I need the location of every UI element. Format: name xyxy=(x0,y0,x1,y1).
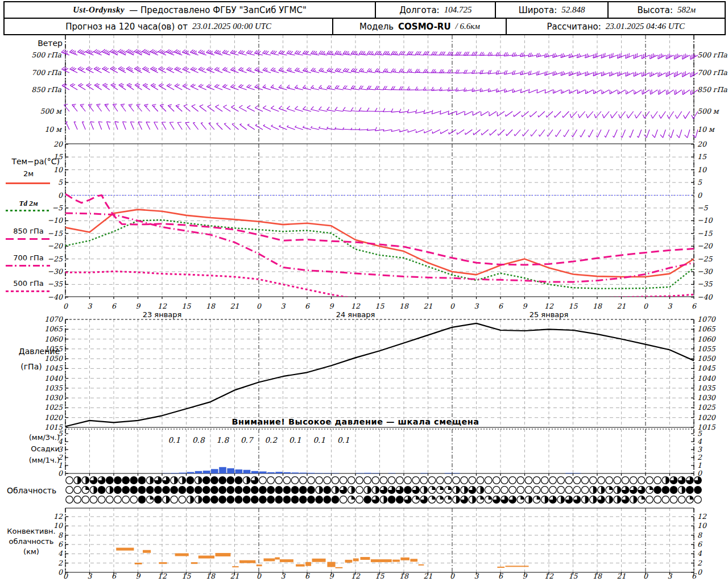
svg-text:0: 0 xyxy=(257,302,262,310)
svg-text:12: 12 xyxy=(351,572,361,580)
forecast-label: Прогноз на 120 часа(ов) от xyxy=(65,22,188,32)
svg-text:21: 21 xyxy=(424,572,433,580)
precip-bar xyxy=(251,471,259,473)
conv-cloud-segment xyxy=(336,567,343,568)
forecast-time: 23.01.2025 00:00 UTC xyxy=(192,22,271,31)
svg-text:5: 5 xyxy=(697,178,702,186)
conv-cloud-segment xyxy=(175,553,189,556)
conv-cloud-segment xyxy=(327,562,335,567)
svg-text:1045: 1045 xyxy=(697,364,716,372)
conv-panel-title-3: (км) xyxy=(3,547,60,556)
precip-title: Осадки xyxy=(3,444,60,453)
conv-cloud-segment xyxy=(216,553,231,556)
conv-cloud-segment xyxy=(143,550,151,553)
svg-text:4: 4 xyxy=(697,437,702,446)
svg-text:12: 12 xyxy=(158,572,167,580)
date-label: 24 января xyxy=(336,310,375,319)
svg-text:12: 12 xyxy=(351,302,361,310)
svg-text:15: 15 xyxy=(569,572,578,580)
wind-level-label-left: 500 гПа xyxy=(31,51,61,59)
svg-text:21: 21 xyxy=(230,302,239,310)
latitude-label: Широта: xyxy=(519,5,557,15)
svg-text:−20: −20 xyxy=(697,242,713,250)
conv-cloud-segment xyxy=(257,564,262,566)
conv-cloud-segment xyxy=(497,567,504,568)
conv-cloud-segment xyxy=(353,558,359,561)
provider-text: — Предоставлено ФГБУ "ЗапСиб УГМС" xyxy=(129,5,307,15)
svg-text:0: 0 xyxy=(58,191,63,199)
temp-panel-title: Тем−ра(°C) xyxy=(3,157,60,166)
wind-panel-title: Ветер xyxy=(17,39,63,48)
pressure-panel-units: (гПа) xyxy=(3,362,60,371)
svg-text:0: 0 xyxy=(643,302,648,310)
meteogram-chart: 2020151510105500−5−5−10−10−15−15−20−20−2… xyxy=(0,35,728,582)
longitude-label: Долгота: xyxy=(399,5,440,15)
conv-cloud-segment xyxy=(312,559,326,562)
precip-bar xyxy=(275,472,283,473)
legend-label-500: 500 гПа xyxy=(6,279,51,288)
station-name: Ust-Ordynsky xyxy=(73,5,125,15)
precip-bar xyxy=(219,467,226,473)
svg-text:9: 9 xyxy=(523,572,528,580)
svg-text:1025: 1025 xyxy=(44,403,63,411)
conv-cloud-segment xyxy=(159,562,167,564)
station-cell: Ust-Ordynsky — Предоставлено ФГБУ "ЗапСи… xyxy=(5,2,375,18)
svg-text:5: 5 xyxy=(58,178,63,186)
svg-text:8: 8 xyxy=(697,531,702,539)
svg-text:12: 12 xyxy=(53,512,63,521)
svg-text:1035: 1035 xyxy=(44,384,63,392)
svg-text:−30: −30 xyxy=(697,267,713,276)
altitude-cell: Высота: 582м xyxy=(607,2,725,18)
wind-level-label-right: 10 м xyxy=(697,125,715,134)
conv-panel-title-1: Конвективн. xyxy=(3,527,60,535)
conv-cloud-segment xyxy=(116,548,134,551)
svg-text:3: 3 xyxy=(88,572,93,580)
header-row-model: Прогноз на 120 часа(ов) от 23.01.2025 00… xyxy=(5,18,725,34)
precip-bar xyxy=(203,471,210,473)
conv-cloud-segment xyxy=(361,557,370,560)
wind-level-label-right: 700 гПа xyxy=(697,68,727,77)
svg-text:9: 9 xyxy=(329,302,334,310)
conv-cloud-segment xyxy=(305,562,311,566)
svg-text:15: 15 xyxy=(569,302,578,310)
model-label: Модель xyxy=(359,22,394,32)
svg-text:9: 9 xyxy=(329,572,334,580)
svg-text:0: 0 xyxy=(58,469,63,477)
svg-text:3: 3 xyxy=(697,445,702,454)
legend-label-2m: 2м xyxy=(6,169,51,178)
conv-segments xyxy=(116,548,528,568)
svg-text:20: 20 xyxy=(53,140,63,148)
svg-text:3: 3 xyxy=(474,302,479,310)
svg-text:18: 18 xyxy=(206,302,216,310)
svg-text:−40: −40 xyxy=(48,293,63,301)
svg-text:0: 0 xyxy=(63,572,68,580)
svg-text:3: 3 xyxy=(668,572,673,580)
forecast-cell: Прогноз на 120 часа(ов) от 23.01.2025 00… xyxy=(5,19,332,34)
svg-text:6: 6 xyxy=(305,572,310,580)
svg-text:−10: −10 xyxy=(48,216,63,225)
wind-level-label-left: 10 м xyxy=(44,125,62,134)
svg-text:−20: −20 xyxy=(48,242,63,250)
date-label: 23 января xyxy=(143,310,182,319)
svg-text:21: 21 xyxy=(424,302,433,310)
svg-text:0: 0 xyxy=(697,191,702,199)
svg-text:−30: −30 xyxy=(48,267,63,276)
conv-cloud-segment xyxy=(280,559,293,562)
pressure-panel-title: Давление xyxy=(3,347,60,356)
precip-bar xyxy=(453,473,460,473)
precip-bar xyxy=(187,472,195,473)
svg-text:1065: 1065 xyxy=(697,325,716,333)
precip-bar xyxy=(565,473,573,473)
svg-text:2: 2 xyxy=(58,559,63,567)
svg-text:3: 3 xyxy=(88,302,93,310)
conv-panel-title-2: облачность xyxy=(3,537,60,546)
conv-cloud-segment xyxy=(264,558,275,561)
precip-bar xyxy=(356,473,363,473)
legend-line-500 xyxy=(6,290,50,292)
precip-3h-value: 0.1 xyxy=(168,435,180,444)
svg-text:1020: 1020 xyxy=(697,413,716,422)
svg-text:1060: 1060 xyxy=(697,335,716,343)
conv-cloud-segment xyxy=(400,558,410,560)
svg-text:12: 12 xyxy=(158,302,167,310)
precip-bar xyxy=(308,473,315,473)
